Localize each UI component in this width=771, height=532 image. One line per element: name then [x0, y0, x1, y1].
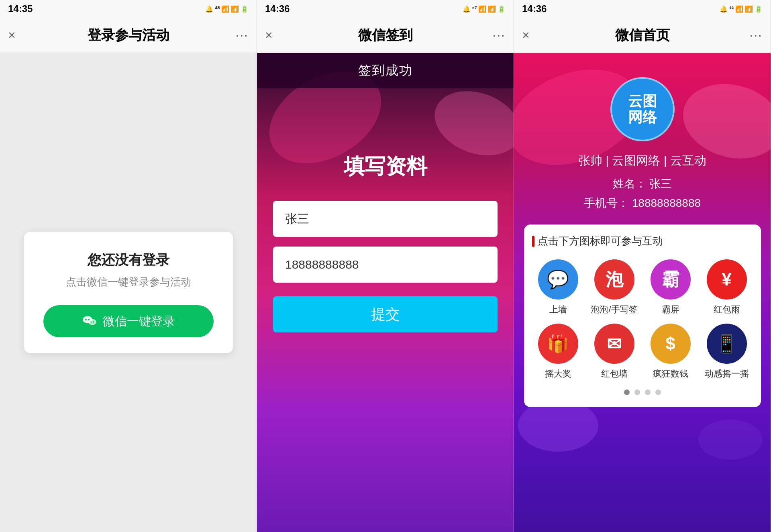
name-input[interactable] [273, 201, 498, 237]
status-icons-2: 🔔 ²⁷ 📶 📶 🔋 [463, 5, 506, 13]
icon-circle-4: 🎁 [538, 324, 578, 364]
content-3: 云图 网络 张帅 | 云图网络 | 云互动 姓名： 张三 手机号： 188888… [514, 53, 771, 532]
icon-item-2[interactable]: 霸霸屏 [645, 259, 697, 316]
status-bar-1: 14:35 🔔 ⁴⁵ 📶 📶 🔋 [0, 0, 257, 18]
status-time-1: 14:35 [8, 3, 33, 14]
icon-circle-3: ¥ [707, 259, 747, 300]
icon-circle-5: ✉ [594, 324, 634, 364]
nav-bar-2: × 微信签到 ··· [257, 18, 514, 53]
more-button-3[interactable]: ··· [749, 28, 763, 43]
status-icons-3: 🔔 ¹² 📶 📶 🔋 [720, 5, 763, 13]
wechat-login-label: 微信一键登录 [103, 313, 175, 330]
svg-point-3 [88, 319, 96, 325]
status-bar-3: 14:36 🔔 ¹² 📶 📶 🔋 [514, 0, 771, 18]
status-bar-2: 14:36 🔔 ²⁷ 📶 📶 🔋 [257, 0, 514, 18]
name-value: 张三 [649, 177, 672, 190]
company-name: 张帅 | 云图网络 | 云互动 [578, 153, 706, 169]
dot-row [532, 389, 753, 395]
content-1: 您还没有登录 点击微信一键登录参与活动 微信一键登录 [0, 53, 257, 532]
success-banner: 签到成功 [257, 53, 514, 88]
close-button-1[interactable]: × [8, 28, 16, 43]
icon-circle-2: 霸 [651, 259, 691, 300]
icon-label-1: 泡泡/手写签 [591, 304, 637, 316]
logo-line1: 云图 [628, 93, 657, 109]
dot-2[interactable] [645, 389, 651, 395]
svg-point-1 [85, 319, 87, 320]
name-field: 姓名： 张三 [578, 176, 706, 192]
icon-grid: 💬上墙泡泡泡/手写签霸霸屏¥红包雨🎁摇大奖✉红包墙$疯狂数钱📱动感摇一摇 [532, 259, 753, 380]
nav-bar-1: × 登录参与活动 ··· [0, 18, 257, 53]
icon-label-5: 红包墙 [601, 368, 628, 380]
phone-value: 18888888888 [632, 197, 701, 209]
icon-circle-0: 💬 [538, 259, 578, 300]
red-bar-accent [532, 236, 534, 247]
icon-item-4[interactable]: 🎁摇大奖 [532, 324, 584, 380]
name-label: 姓名： [613, 177, 647, 190]
icon-label-7: 动感摇一摇 [705, 368, 749, 380]
close-button-3[interactable]: × [522, 28, 530, 43]
login-subtitle: 点击微信一键登录参与活动 [43, 275, 214, 289]
phone-3: 14:36 🔔 ¹² 📶 📶 🔋 × 微信首页 ··· 云图 网络 张帅 | 云… [514, 0, 771, 532]
close-button-2[interactable]: × [265, 28, 273, 43]
icon-circle-1: 泡 [594, 259, 634, 300]
icon-item-0[interactable]: 💬上墙 [532, 259, 584, 316]
status-icons-1: 🔔 ⁴⁵ 📶 📶 🔋 [205, 5, 249, 13]
icon-label-2: 霸屏 [662, 304, 679, 316]
logo-circle: 云图 网络 [610, 77, 675, 141]
submit-button[interactable]: 提交 [273, 296, 498, 332]
dot-1[interactable] [634, 389, 640, 395]
wechat-icon [82, 313, 98, 329]
icon-item-7[interactable]: 📱动感摇一摇 [701, 324, 753, 380]
deco-blob-5 [518, 400, 598, 452]
deco-blob-6 [698, 420, 763, 460]
login-card: 您还没有登录 点击微信一键登录参与活动 微信一键登录 [24, 232, 233, 353]
login-title: 您还没有登录 [43, 251, 214, 269]
form-section: 填写资料 提交 [257, 153, 514, 332]
status-time-2: 14:36 [265, 3, 290, 14]
phone-input[interactable] [273, 247, 498, 283]
icon-label-3: 红包雨 [714, 304, 740, 316]
icon-item-5[interactable]: ✉红包墙 [588, 324, 640, 380]
dot-3[interactable] [655, 389, 661, 395]
nav-bar-3: × 微信首页 ··· [514, 18, 771, 53]
card-header: 点击下方图标即可参与互动 [532, 234, 753, 248]
icon-label-4: 摇大奖 [545, 368, 571, 380]
icon-item-6[interactable]: $疯狂数钱 [645, 324, 697, 380]
phone-1: 14:35 🔔 ⁴⁵ 📶 📶 🔋 × 登录参与活动 ··· 您还没有登录 点击微… [0, 0, 257, 532]
nav-title-3: 微信首页 [615, 26, 670, 45]
icon-label-0: 上墙 [549, 304, 567, 316]
status-time-3: 14:36 [522, 3, 547, 14]
wechat-login-button[interactable]: 微信一键登录 [43, 305, 214, 337]
phone-field: 手机号： 18888888888 [578, 196, 706, 211]
home-card: 点击下方图标即可参与互动 💬上墙泡泡泡/手写签霸霸屏¥红包雨🎁摇大奖✉红包墙$疯… [524, 224, 761, 407]
content-2: 签到成功 填写资料 提交 [257, 53, 514, 532]
icon-circle-7: 📱 [707, 324, 747, 364]
card-title-text: 点击下方图标即可参与互动 [538, 234, 663, 248]
home-info: 张帅 | 云图网络 | 云互动 姓名： 张三 手机号： 18888888888 [578, 153, 706, 215]
phone-label: 手机号： [584, 197, 629, 209]
icon-item-1[interactable]: 泡泡泡/手写签 [588, 259, 640, 316]
more-button-2[interactable]: ··· [492, 28, 506, 43]
nav-title-2: 微信签到 [358, 26, 413, 45]
icon-item-3[interactable]: ¥红包雨 [701, 259, 753, 316]
logo-line2: 网络 [628, 109, 657, 125]
icon-label-6: 疯狂数钱 [653, 368, 688, 380]
more-button-1[interactable]: ··· [235, 28, 249, 43]
icon-circle-6: $ [651, 324, 691, 364]
phone-2: 14:36 🔔 ²⁷ 📶 📶 🔋 × 微信签到 ··· 签到成功 填写资料 提交 [257, 0, 514, 532]
dot-0[interactable] [624, 389, 630, 395]
svg-point-4 [90, 321, 92, 322]
form-title: 填写资料 [273, 153, 498, 181]
svg-point-5 [93, 321, 94, 322]
nav-title-1: 登录参与活动 [88, 26, 169, 45]
